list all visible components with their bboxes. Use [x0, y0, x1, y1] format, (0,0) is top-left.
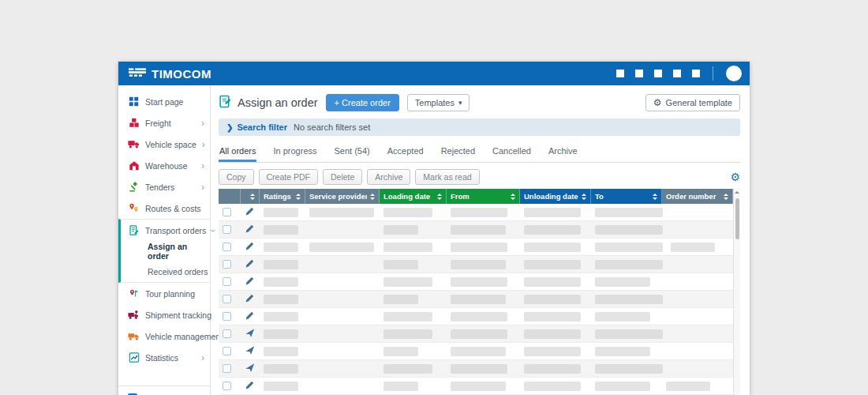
column-header-order[interactable]: Order number [662, 189, 733, 204]
avatar[interactable] [726, 66, 742, 81]
column-header-provider[interactable]: Service provider [305, 189, 380, 204]
column-header-edit[interactable] [241, 189, 260, 204]
sidebar-item-shipment-tracking[interactable]: Shipment tracking [118, 304, 210, 325]
pencil-icon[interactable] [245, 292, 255, 307]
general-template-button[interactable]: ⚙ General template [645, 94, 740, 111]
search-filter-bar[interactable]: ❯ Search filter No search filters set [219, 118, 740, 136]
sidebar-item-tenders[interactable]: Tenders› [118, 176, 210, 198]
mark-as-read-button[interactable]: Mark as read [415, 169, 479, 185]
row-checkbox[interactable] [223, 364, 231, 373]
search-filter-toggle[interactable]: ❯ Search filter [226, 122, 287, 132]
table-row[interactable] [219, 273, 733, 291]
sidebar-item-tour-planning[interactable]: Tour planning [118, 283, 210, 304]
sort-icon[interactable] [296, 194, 301, 200]
column-header-unloading[interactable]: Unloading date [520, 189, 591, 204]
sort-icon[interactable] [250, 194, 255, 200]
tab-cancelled[interactable]: Cancelled [492, 146, 532, 162]
templates-dropdown[interactable]: Templates ▾ [407, 94, 470, 111]
copy-button[interactable]: Copy [219, 169, 254, 185]
tab-in-progress[interactable]: In progress [272, 146, 317, 162]
row-checkbox[interactable] [223, 208, 231, 216]
send-icon[interactable] [245, 327, 255, 341]
column-header-from[interactable]: From [447, 189, 520, 204]
table-row[interactable] [219, 360, 733, 378]
data-placeholder [451, 329, 507, 339]
data-placeholder [264, 312, 298, 322]
titlebar-app-icon[interactable] [635, 70, 643, 77]
pencil-icon[interactable] [245, 258, 255, 272]
table-row[interactable] [219, 343, 733, 360]
sidebar-item-warehouse[interactable]: Warehouse› [118, 155, 210, 176]
sidebar-item-routes-costs[interactable]: Routes & costs [118, 198, 210, 219]
sort-icon[interactable] [724, 194, 728, 200]
tab-rejected[interactable]: Rejected [440, 146, 476, 162]
table-row[interactable] [219, 239, 733, 256]
sidebar-item-statistics[interactable]: Statistics› [118, 347, 210, 368]
tab-sent-54-[interactable]: Sent (54) [334, 146, 371, 162]
row-checkbox[interactable] [223, 243, 231, 251]
row-checkbox[interactable] [223, 225, 231, 234]
scrollbar-thumb[interactable] [735, 198, 739, 239]
sidebar-item-vehicle-management[interactable]: Vehicle management› [118, 325, 210, 347]
send-icon[interactable] [245, 344, 255, 359]
sidebar-item-vehicle-space[interactable]: Vehicle space› [118, 134, 210, 155]
send-icon[interactable] [245, 362, 255, 376]
brand-logo[interactable]: TIMOCOM [128, 66, 211, 81]
sidebar-subitem-assign-an-order[interactable]: Assign an order [121, 241, 210, 261]
titlebar-app-icon[interactable] [654, 70, 662, 77]
scroll-up-icon[interactable] [735, 191, 739, 194]
pencil-icon[interactable] [245, 379, 255, 393]
cell-to [591, 239, 667, 255]
column-header-to[interactable]: To [591, 189, 662, 204]
cell-to [591, 273, 662, 290]
row-checkbox[interactable] [223, 260, 231, 269]
sort-icon[interactable] [653, 194, 657, 200]
row-checkbox[interactable] [223, 347, 231, 356]
sidebar-subitem-received-orders[interactable]: Received orders [121, 261, 210, 282]
create-pdf-button[interactable]: Create PDF [259, 169, 318, 185]
archive-button[interactable]: Archive [367, 169, 410, 185]
row-checkbox[interactable] [223, 295, 231, 303]
sidebar-item-freight[interactable]: Freight› [118, 112, 210, 134]
table-row[interactable] [219, 256, 733, 273]
sidebar-item-start-page[interactable]: Start page [118, 91, 210, 112]
sort-icon[interactable] [511, 194, 515, 200]
delete-button[interactable]: Delete [323, 169, 362, 185]
row-select-cell [219, 360, 241, 377]
titlebar-app-icon[interactable] [673, 70, 681, 77]
titlebar-app-icon[interactable] [616, 70, 624, 77]
create-order-button[interactable]: + Create order [326, 94, 399, 111]
table-row[interactable] [219, 291, 733, 308]
cell-order [662, 343, 733, 359]
tab-archive[interactable]: Archive [548, 146, 578, 162]
table-row[interactable] [219, 378, 733, 395]
sidebar-item-transport-orders[interactable]: Transport orders› [121, 220, 210, 241]
row-checkbox[interactable] [223, 382, 231, 390]
row-checkbox[interactable] [223, 312, 231, 321]
pencil-icon[interactable] [245, 205, 255, 220]
sort-icon[interactable] [370, 194, 375, 200]
tab-accepted[interactable]: Accepted [387, 146, 425, 162]
sort-icon[interactable] [437, 194, 442, 200]
table-settings-gear-icon[interactable]: ⚙ [730, 171, 740, 182]
pencil-icon[interactable] [245, 223, 255, 237]
table-row[interactable] [219, 221, 733, 239]
table-row[interactable] [219, 204, 733, 221]
row-checkbox[interactable] [223, 329, 231, 338]
pencil-icon[interactable] [245, 240, 255, 254]
row-checkbox[interactable] [223, 277, 231, 286]
sidebar-subitem-label: Assign an order [148, 242, 210, 261]
pencil-icon[interactable] [245, 275, 255, 289]
cell-loading [380, 343, 447, 359]
sort-icon[interactable] [582, 194, 586, 200]
column-header-loading[interactable]: Loading date [380, 189, 447, 204]
pin-menu[interactable]: ✓Pin menu« [118, 386, 210, 395]
cell-from [447, 343, 520, 359]
vertical-scrollbar[interactable] [733, 189, 740, 395]
titlebar-app-icon[interactable] [692, 70, 700, 77]
table-row[interactable] [219, 308, 733, 325]
table-row[interactable] [219, 325, 733, 343]
column-header-ratings[interactable]: Ratings [260, 189, 305, 204]
tab-all-orders[interactable]: All orders [219, 146, 256, 162]
pencil-icon[interactable] [245, 310, 255, 324]
